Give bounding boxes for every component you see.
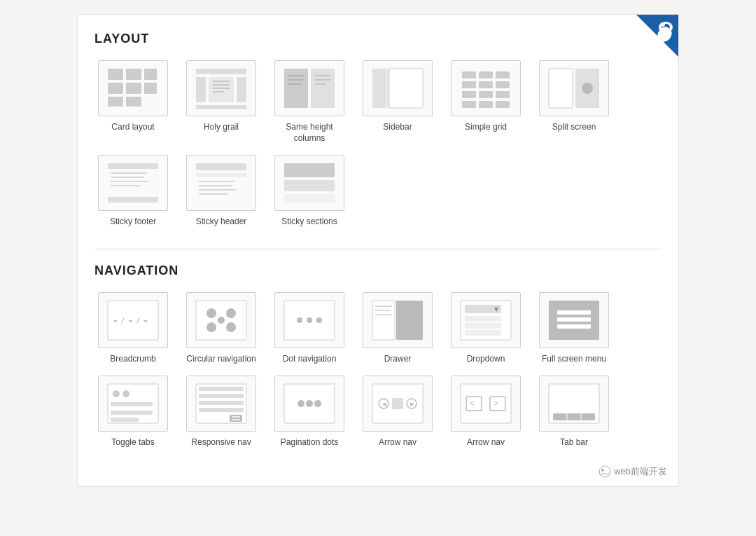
svg-rect-20 <box>196 105 246 109</box>
item-holy-grail[interactable]: Holy grail <box>183 60 260 144</box>
layout-section-title: LAYOUT <box>94 32 662 46</box>
thumb-circular-navigation <box>186 292 256 348</box>
item-toggle-tabs[interactable]: Toggle tabs <box>94 376 172 448</box>
svg-rect-22 <box>311 69 335 108</box>
label-tab-bar: Tab bar <box>560 437 588 448</box>
svg-rect-52 <box>108 197 158 202</box>
item-drawer[interactable]: Drawer <box>359 292 436 365</box>
thumb-arrow-nav: < > <box>451 376 521 432</box>
item-same-height-columns[interactable]: Same height columns <box>271 60 348 144</box>
thumb-split-screen <box>539 60 609 116</box>
svg-rect-9 <box>144 83 157 94</box>
svg-rect-94 <box>111 418 139 422</box>
thumb-sticky-header <box>186 155 256 211</box>
svg-rect-42 <box>479 101 493 108</box>
svg-point-106 <box>314 400 321 407</box>
item-pagination-dots[interactable]: Pagination dots <box>271 376 348 448</box>
svg-rect-37 <box>496 81 510 88</box>
watermark-icon <box>598 465 611 478</box>
svg-rect-4 <box>108 69 123 80</box>
svg-rect-88 <box>557 324 591 329</box>
item-dot-navigation[interactable]: Dot navigation <box>271 292 348 365</box>
svg-marker-0 <box>636 15 678 57</box>
navigation-items-grid: = / = / = Breadcrumb Circular navigation <box>94 292 662 448</box>
svg-rect-113 <box>461 384 511 423</box>
label-sticky-header: Sticky header <box>196 217 247 228</box>
label-toggle-tabs: Toggle tabs <box>111 437 154 448</box>
item-split-screen[interactable]: Split screen <box>536 60 612 144</box>
svg-rect-96 <box>199 387 244 391</box>
svg-rect-30 <box>389 69 423 108</box>
watermark-text: web前端开发 <box>614 465 667 478</box>
svg-point-46 <box>582 83 593 94</box>
section-divider <box>94 249 662 249</box>
thumb-dot-navigation <box>274 292 344 348</box>
thumb-sticky-sections <box>274 155 344 211</box>
label-sticky-footer: Sticky footer <box>110 217 156 228</box>
svg-point-68 <box>226 322 236 332</box>
svg-point-71 <box>297 317 302 323</box>
svg-rect-12 <box>196 69 246 74</box>
label-split-screen: Split screen <box>552 122 596 133</box>
thumb-responsive-nav <box>186 376 256 432</box>
svg-rect-36 <box>479 81 493 88</box>
svg-rect-99 <box>199 408 244 412</box>
svg-text:>: > <box>493 399 498 408</box>
svg-rect-7 <box>108 83 123 94</box>
item-sticky-footer[interactable]: Sticky footer <box>94 155 172 228</box>
thumb-pagination-dots <box>274 376 344 432</box>
svg-point-91 <box>122 390 130 397</box>
svg-rect-44 <box>549 69 573 108</box>
svg-rect-13 <box>196 77 206 102</box>
item-circular-navigation[interactable]: Circular navigation <box>183 292 260 365</box>
label-card-layout: Card layout <box>111 122 154 133</box>
item-sticky-sections[interactable]: Sticky sections <box>271 155 348 228</box>
item-simple-grid[interactable]: Simple grid <box>447 60 524 144</box>
watermark: web前端开发 <box>598 465 667 478</box>
svg-rect-38 <box>462 91 476 98</box>
thumb-drawer <box>363 292 433 348</box>
svg-point-66 <box>226 308 236 318</box>
svg-rect-29 <box>372 69 386 108</box>
item-responsive-nav[interactable]: Responsive nav <box>183 376 260 448</box>
thumb-simple-grid <box>451 60 521 116</box>
item-full-screen-menu[interactable]: Full screen menu <box>536 292 612 365</box>
label-simple-grid: Simple grid <box>465 122 507 133</box>
svg-rect-112 <box>392 398 403 409</box>
svg-point-72 <box>307 317 312 323</box>
svg-rect-60 <box>284 180 335 191</box>
item-arrow-nav[interactable]: < > Arrow nav <box>447 376 524 448</box>
svg-point-69 <box>218 317 225 324</box>
item-breadcrumb[interactable]: = / = / = Breadcrumb <box>94 292 172 365</box>
svg-rect-41 <box>462 101 476 108</box>
item-sticky-header[interactable]: Sticky header <box>183 155 260 228</box>
corner-logo <box>636 15 678 57</box>
label-circular-navigation: Circular navigation <box>186 354 255 365</box>
svg-rect-98 <box>199 401 244 405</box>
svg-point-123 <box>601 469 604 472</box>
item-tab-bar[interactable]: Tab bar <box>536 376 612 448</box>
svg-rect-39 <box>479 91 493 98</box>
thumb-carousel-nav: ◄ ► <box>363 376 433 432</box>
layout-items-grid: Card layout Holy grail <box>94 60 662 228</box>
svg-rect-33 <box>479 71 493 78</box>
svg-rect-75 <box>396 301 423 340</box>
svg-rect-61 <box>284 194 335 202</box>
item-dropdown[interactable]: Dropdown <box>447 292 524 365</box>
svg-rect-43 <box>496 101 510 108</box>
svg-rect-40 <box>496 91 510 98</box>
thumb-card-layout <box>98 60 168 116</box>
item-carousel-nav[interactable]: ◄ ► Arrow nav <box>359 376 436 448</box>
thumb-dropdown <box>451 292 521 348</box>
svg-point-73 <box>316 317 322 323</box>
svg-rect-83 <box>465 323 501 329</box>
svg-rect-10 <box>108 97 123 106</box>
item-card-layout[interactable]: Card layout <box>94 60 172 144</box>
svg-rect-93 <box>111 411 153 415</box>
navigation-section-title: NAVIGATION <box>94 263 662 278</box>
svg-rect-100 <box>230 415 242 422</box>
item-sidebar[interactable]: Sidebar <box>359 60 436 144</box>
svg-point-122 <box>599 466 610 477</box>
label-arrow-nav: Arrow nav <box>467 437 505 448</box>
thumb-toggle-tabs <box>98 376 168 432</box>
